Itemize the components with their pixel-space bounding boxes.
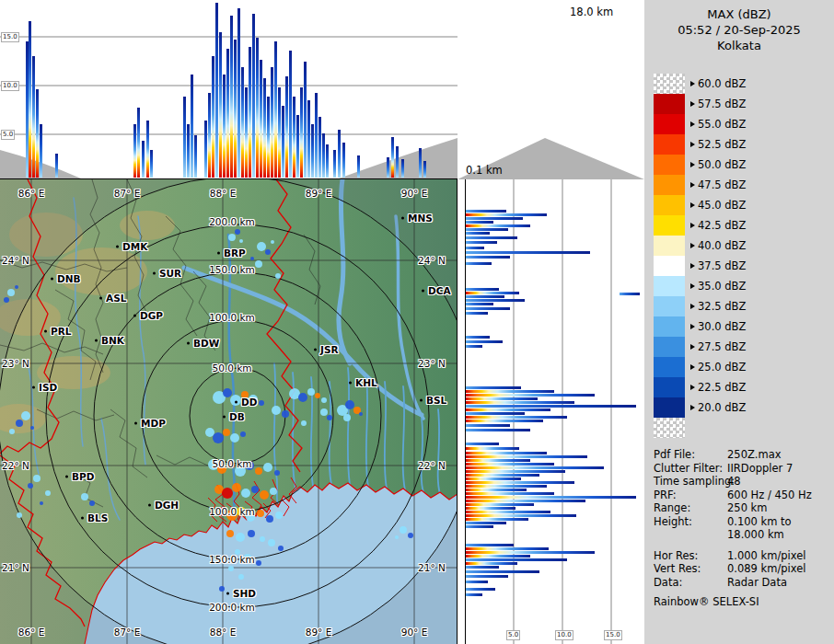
longitude-label: 89° E xyxy=(306,627,332,638)
threshold-arrow-icon xyxy=(690,364,695,370)
range-ring-label: 50.0 km xyxy=(212,458,251,469)
scale-value-label: 45.0 dBZ xyxy=(698,199,746,212)
max-height-label: 18.0 km xyxy=(570,6,613,18)
threshold-arrow-icon xyxy=(690,324,695,329)
info-key: Range: xyxy=(654,501,727,515)
station-dot-icon xyxy=(401,217,404,220)
scale-value-label: 40.0 dBZ xyxy=(698,239,746,252)
scale-value-label: 35.0 dBZ xyxy=(698,280,746,293)
top-height-profile-panel: 15.010.05.0 xyxy=(0,0,458,179)
height-gridlines xyxy=(514,179,611,644)
top-profile-chart xyxy=(0,0,458,178)
legend-info-row: Range:250 km xyxy=(654,501,828,515)
info-key: Height: xyxy=(654,515,727,529)
station-label: ASL xyxy=(106,293,126,304)
radar-display: 15.010.05.0 18.0 km 0.1 km xyxy=(0,0,834,644)
height-tick-label: 10.0 xyxy=(555,630,573,640)
legend-color-swatch xyxy=(654,195,685,215)
station-label: SHD xyxy=(233,588,256,599)
range-ring-label: 50.0 km xyxy=(212,362,251,374)
min-height-label: 0.1 km xyxy=(466,164,503,177)
legend-scale-row: 57.5 dBZ xyxy=(654,94,746,114)
legend-color-swatch xyxy=(654,74,685,94)
station-dot-icon xyxy=(133,315,136,317)
station-dot-icon xyxy=(420,399,423,402)
legend-color-swatch xyxy=(654,276,685,296)
latitude-label: 22° N xyxy=(2,460,29,471)
legend-info: Pdf File:250Z.maxClutter Filter:IIRDoppl… xyxy=(654,448,828,589)
station-marker: ISD xyxy=(34,382,57,393)
info-value: 1.000 km/pixel xyxy=(727,549,806,563)
info-value: 250 km xyxy=(727,501,767,515)
station-label: KHL xyxy=(355,377,377,388)
legend-color-swatch xyxy=(654,175,685,195)
legend-color-swatch xyxy=(654,296,685,316)
station-marker: JSR xyxy=(316,344,339,355)
station-label: DB xyxy=(229,411,245,422)
legend-infoblock: Pdf File:250Z.maxClutter Filter:IIRDoppl… xyxy=(654,448,828,608)
longitude-label: 88° E xyxy=(210,627,237,638)
top-profile-bars xyxy=(26,3,426,178)
legend-info-row: Vert Res:0.089 km/pixel xyxy=(654,562,828,576)
height-tick-label: 15.0 xyxy=(604,630,622,640)
legend-info-row: Pdf File:250Z.max xyxy=(654,448,828,462)
station-dot-icon xyxy=(235,401,237,404)
station-marker: PRL xyxy=(46,326,71,337)
station-dot-icon xyxy=(187,342,190,345)
legend-color-swatch xyxy=(654,337,685,357)
legend-color-swatch xyxy=(654,236,685,256)
threshold-arrow-icon xyxy=(690,81,695,86)
station-marker: DNB xyxy=(52,273,81,284)
station-marker: MNS xyxy=(403,213,433,224)
info-key: Hor Res: xyxy=(654,549,727,563)
height-tick-label: 10.0 xyxy=(1,81,19,91)
latitude-label: 23° N xyxy=(2,358,29,369)
station-label: ISD xyxy=(39,382,57,393)
station-marker: BSL xyxy=(422,395,446,406)
legend-color-swatch xyxy=(654,114,685,134)
scale-value-label: 30.0 dBZ xyxy=(698,320,746,333)
latitude-label: 23° N xyxy=(418,358,446,369)
info-value: 0.100 km to xyxy=(727,515,792,529)
station-marker: KHL xyxy=(351,377,377,388)
station-label: BLS xyxy=(87,512,108,523)
latitude-label: 24° N xyxy=(2,255,29,266)
software-credit: Rainbow® SELEX-SI xyxy=(654,595,828,608)
threshold-arrow-icon xyxy=(690,142,695,147)
legend-scale: 60.0 dBZ57.5 dBZ55.0 dBZ52.5 dBZ50.0 dBZ… xyxy=(654,74,746,438)
info-value: 48 xyxy=(727,475,741,489)
threshold-arrow-icon xyxy=(690,182,695,188)
height-tick-label: 5.0 xyxy=(506,630,520,640)
station-dot-icon xyxy=(349,382,352,385)
scale-value-label: 25.0 dBZ xyxy=(698,361,746,374)
station-label: MNS xyxy=(408,213,433,224)
legend-color-swatch xyxy=(654,316,685,337)
threshold-arrow-icon xyxy=(690,344,695,350)
legend-color-swatch xyxy=(654,155,685,175)
station-label: DD xyxy=(241,397,257,408)
legend-scale-row: 37.5 dBZ xyxy=(654,256,746,276)
station-marker: BRP xyxy=(219,247,246,259)
range-ring-label: 150.0 km xyxy=(209,264,255,275)
legend-scale-row: 40.0 dBZ xyxy=(654,236,746,256)
threshold-arrow-icon xyxy=(690,283,695,289)
longitude-label: 86° E xyxy=(18,188,45,199)
legend-scale-row: 52.5 dBZ xyxy=(654,134,746,155)
info-value: 600 Hz / 450 Hz xyxy=(727,489,812,502)
station-label: DNB xyxy=(57,273,81,284)
legend-info-row: PRF:600 Hz / 450 Hz xyxy=(654,489,828,502)
legend-scale-row: 60.0 dBZ xyxy=(654,74,746,94)
range-ring-label: 200.0 km xyxy=(209,216,255,227)
station-marker: SUR xyxy=(155,268,181,279)
threshold-arrow-icon xyxy=(690,385,695,390)
legend-scale-row xyxy=(654,418,746,438)
longitude-label: 89° E xyxy=(306,188,332,199)
longitude-label: 90° E xyxy=(401,188,428,199)
station-label: DCA xyxy=(428,285,451,296)
station-marker: BPD xyxy=(67,471,94,482)
latitude-label: 22° N xyxy=(418,460,446,471)
station-dot-icon xyxy=(223,416,226,419)
station-marker: BDW xyxy=(189,338,219,349)
station-marker: DMK xyxy=(118,241,147,252)
legend-header: MAX (dBZ) 05:52 / 20-Sep-2025 Kolkata xyxy=(644,0,834,53)
